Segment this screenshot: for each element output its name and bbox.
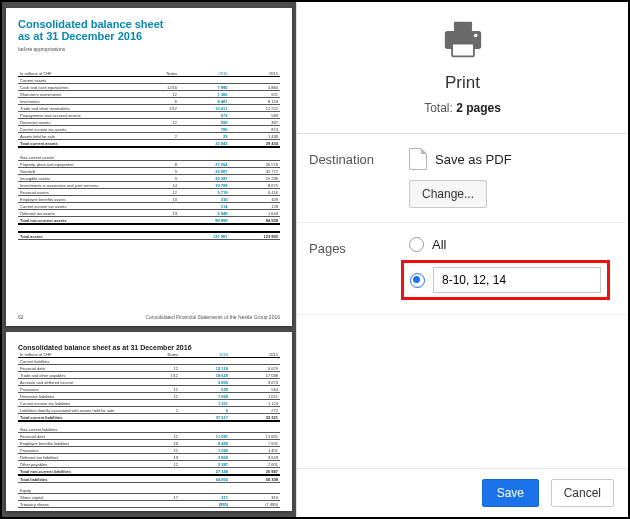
table-total-row: Total liabilities64 86560 308	[18, 475, 280, 483]
pages-custom-radio[interactable]	[410, 273, 425, 288]
page-footer: 62 Consolidated Financial Statements of …	[18, 310, 280, 320]
doc-title2: Consolidated balance sheet as at 31 Dece…	[18, 344, 280, 351]
table-row: Trade and other payables7/1218 62917 038	[18, 372, 280, 379]
cancel-button[interactable]: Cancel	[551, 479, 614, 507]
table-row: Current assets	[18, 77, 280, 84]
table-row: Prepayments and accrued income573583	[18, 112, 280, 119]
table-row: Financial debt1212 1189 629	[18, 365, 280, 372]
panel-title: Print	[307, 73, 618, 93]
doc-title-line2: as at 31 December 2016	[18, 30, 280, 42]
print-dialog: Consolidated balance sheet as at 31 Dece…	[0, 0, 630, 519]
table-row: Liabilities directly associated with ass…	[18, 407, 280, 414]
pdf-file-icon	[409, 148, 427, 170]
page-number: 62	[18, 314, 24, 320]
table-row: Assets held for sale2251 430	[18, 133, 280, 140]
table-row: Financial assets125 7196 416	[18, 189, 280, 196]
table-row: Employee benefits liabilities108 4207 69…	[18, 440, 280, 447]
change-destination-button[interactable]: Change...	[409, 180, 487, 208]
destination-label: Destination	[309, 148, 409, 208]
table-row: Provisions11620564	[18, 386, 280, 393]
table-row: Deferred tax liabilities133 8653 643	[18, 454, 280, 461]
table-row: Accruals and deferred income3 8553 673	[18, 379, 280, 386]
preview-page-1: Consolidated balance sheet as at 31 Dece…	[6, 8, 292, 326]
printer-icon	[307, 20, 618, 63]
table-row: Current income tax assets786874	[18, 126, 280, 133]
table-row: Property, plant and equipment827 55426 5…	[18, 161, 280, 168]
table-row: Other payables122 3872 601	[18, 461, 280, 468]
table-row: Provisions111 5851 451	[18, 447, 280, 454]
table-row: Total current liabilities37 51733 321	[18, 414, 280, 422]
custom-pages-highlight	[401, 260, 610, 300]
table-row: Share capital17311319	[18, 494, 280, 501]
pages-row: Pages All	[297, 223, 628, 315]
destination-value: Save as PDF	[435, 152, 512, 167]
pages-label: Pages	[309, 237, 409, 300]
page-total: Total: 2 pages	[307, 101, 618, 115]
balance-sheet-table: In millions of CHF Notes 2016 2015 Curre…	[18, 70, 280, 240]
table-row: Employee benefits assets10310109	[18, 196, 280, 203]
table-row: Deferred tax assets132 0491 643	[18, 210, 280, 217]
print-settings-panel: Print Total: 2 pages Destination Save as…	[296, 2, 628, 517]
table-row: Intangible assets920 39719 236	[18, 175, 280, 182]
table-row: Short-term investments121 306921	[18, 91, 280, 98]
table-row: Treasury shares(990)(7 489)	[18, 501, 280, 508]
table-row: Goodwill933 00732 772	[18, 168, 280, 175]
preview-page-2: Consolidated balance sheet as at 31 Dece…	[6, 332, 292, 511]
dialog-actions: Save Cancel	[297, 468, 628, 517]
svg-point-3	[473, 34, 477, 38]
table-row: Current liabilities	[18, 358, 280, 365]
table-row: Derivative liabilities121 0681 021	[18, 393, 280, 400]
pages-custom-input[interactable]	[433, 267, 601, 293]
table-row: Total non-current liabilities27 34826 98…	[18, 468, 280, 476]
table-row: Current income tax assets114128	[18, 203, 280, 210]
balance-sheet-table-2: In millions of CHF Notes 2016 2015 Curre…	[18, 351, 280, 508]
table-row: Trade and other receivables7/1212 41112 …	[18, 105, 280, 112]
table-row: Inventories68 4018 153	[18, 98, 280, 105]
table-row: Current income tax liabilities1 2211 124	[18, 400, 280, 407]
table-row: Total non-current assets99 85994 558	[18, 217, 280, 225]
svg-rect-2	[452, 44, 474, 57]
page-footer-text: Consolidated Financial Statements of the…	[145, 314, 280, 320]
print-preview-pane: Consolidated balance sheet as at 31 Dece…	[2, 2, 296, 517]
svg-rect-0	[453, 22, 471, 31]
save-button[interactable]: Save	[482, 479, 539, 507]
table-row: Cash and cash equivalents12/167 9904 884	[18, 84, 280, 91]
doc-title-line1: Consolidated balance sheet	[18, 18, 280, 30]
pages-all-radio[interactable]	[409, 237, 424, 252]
destination-row: Destination Save as PDF Change...	[297, 134, 628, 223]
table-row: Total current assets32 04229 434	[18, 140, 280, 148]
table-total-row: Total assets131 901123 992	[18, 232, 280, 240]
pages-all-label: All	[432, 237, 446, 252]
table-row: Derivative assets12550337	[18, 119, 280, 126]
table-row: Investments in associates and joint vent…	[18, 182, 280, 189]
table-row: Financial debt1211 09111 601	[18, 433, 280, 440]
